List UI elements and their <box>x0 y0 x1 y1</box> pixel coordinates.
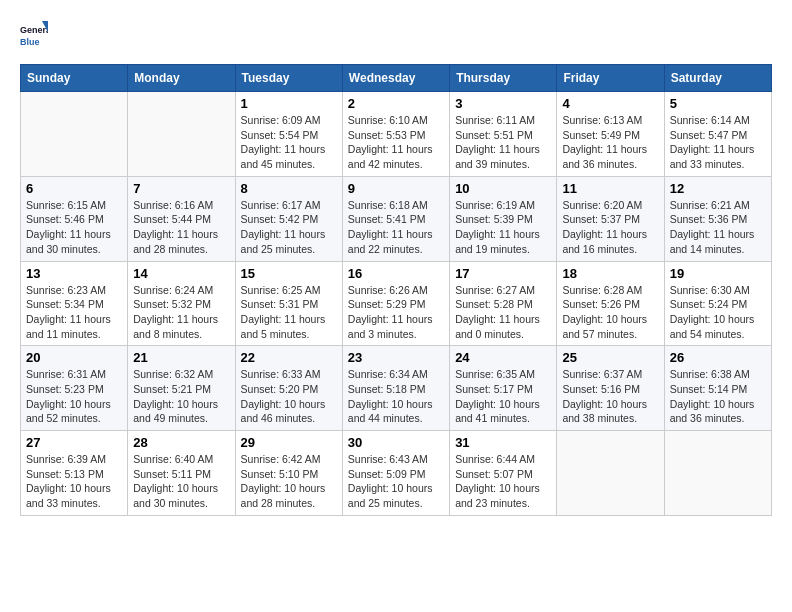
day-number: 29 <box>241 435 337 450</box>
day-number: 21 <box>133 350 229 365</box>
calendar-cell: 9Sunrise: 6:18 AM Sunset: 5:41 PM Daylig… <box>342 176 449 261</box>
day-number: 3 <box>455 96 551 111</box>
calendar-cell: 26Sunrise: 6:38 AM Sunset: 5:14 PM Dayli… <box>664 346 771 431</box>
day-number: 13 <box>26 266 122 281</box>
day-info: Sunrise: 6:20 AM Sunset: 5:37 PM Dayligh… <box>562 198 658 257</box>
calendar-cell: 25Sunrise: 6:37 AM Sunset: 5:16 PM Dayli… <box>557 346 664 431</box>
calendar-cell <box>21 92 128 177</box>
day-number: 12 <box>670 181 766 196</box>
day-info: Sunrise: 6:26 AM Sunset: 5:29 PM Dayligh… <box>348 283 444 342</box>
day-info: Sunrise: 6:31 AM Sunset: 5:23 PM Dayligh… <box>26 367 122 426</box>
day-info: Sunrise: 6:23 AM Sunset: 5:34 PM Dayligh… <box>26 283 122 342</box>
calendar-cell: 7Sunrise: 6:16 AM Sunset: 5:44 PM Daylig… <box>128 176 235 261</box>
calendar-cell: 27Sunrise: 6:39 AM Sunset: 5:13 PM Dayli… <box>21 431 128 516</box>
day-number: 7 <box>133 181 229 196</box>
day-info: Sunrise: 6:35 AM Sunset: 5:17 PM Dayligh… <box>455 367 551 426</box>
day-number: 10 <box>455 181 551 196</box>
calendar-cell: 21Sunrise: 6:32 AM Sunset: 5:21 PM Dayli… <box>128 346 235 431</box>
day-number: 4 <box>562 96 658 111</box>
day-info: Sunrise: 6:14 AM Sunset: 5:47 PM Dayligh… <box>670 113 766 172</box>
day-number: 11 <box>562 181 658 196</box>
day-info: Sunrise: 6:42 AM Sunset: 5:10 PM Dayligh… <box>241 452 337 511</box>
calendar-cell: 22Sunrise: 6:33 AM Sunset: 5:20 PM Dayli… <box>235 346 342 431</box>
day-info: Sunrise: 6:13 AM Sunset: 5:49 PM Dayligh… <box>562 113 658 172</box>
calendar-cell: 20Sunrise: 6:31 AM Sunset: 5:23 PM Dayli… <box>21 346 128 431</box>
day-info: Sunrise: 6:21 AM Sunset: 5:36 PM Dayligh… <box>670 198 766 257</box>
day-info: Sunrise: 6:24 AM Sunset: 5:32 PM Dayligh… <box>133 283 229 342</box>
day-number: 27 <box>26 435 122 450</box>
calendar-cell: 29Sunrise: 6:42 AM Sunset: 5:10 PM Dayli… <box>235 431 342 516</box>
day-number: 18 <box>562 266 658 281</box>
svg-text:General: General <box>20 25 48 35</box>
day-info: Sunrise: 6:28 AM Sunset: 5:26 PM Dayligh… <box>562 283 658 342</box>
svg-text:Blue: Blue <box>20 37 40 47</box>
dow-header-sunday: Sunday <box>21 65 128 92</box>
day-info: Sunrise: 6:25 AM Sunset: 5:31 PM Dayligh… <box>241 283 337 342</box>
calendar-cell <box>557 431 664 516</box>
day-number: 16 <box>348 266 444 281</box>
day-number: 15 <box>241 266 337 281</box>
calendar-cell <box>128 92 235 177</box>
day-info: Sunrise: 6:18 AM Sunset: 5:41 PM Dayligh… <box>348 198 444 257</box>
day-number: 23 <box>348 350 444 365</box>
calendar-cell: 17Sunrise: 6:27 AM Sunset: 5:28 PM Dayli… <box>450 261 557 346</box>
day-number: 2 <box>348 96 444 111</box>
dow-header-friday: Friday <box>557 65 664 92</box>
day-number: 9 <box>348 181 444 196</box>
page-header: General Blue <box>20 20 772 48</box>
dow-header-monday: Monday <box>128 65 235 92</box>
day-info: Sunrise: 6:40 AM Sunset: 5:11 PM Dayligh… <box>133 452 229 511</box>
day-number: 8 <box>241 181 337 196</box>
calendar-cell: 15Sunrise: 6:25 AM Sunset: 5:31 PM Dayli… <box>235 261 342 346</box>
calendar-cell: 3Sunrise: 6:11 AM Sunset: 5:51 PM Daylig… <box>450 92 557 177</box>
day-number: 31 <box>455 435 551 450</box>
calendar-table: SundayMondayTuesdayWednesdayThursdayFrid… <box>20 64 772 516</box>
day-number: 28 <box>133 435 229 450</box>
day-info: Sunrise: 6:09 AM Sunset: 5:54 PM Dayligh… <box>241 113 337 172</box>
calendar-cell: 16Sunrise: 6:26 AM Sunset: 5:29 PM Dayli… <box>342 261 449 346</box>
calendar-cell: 18Sunrise: 6:28 AM Sunset: 5:26 PM Dayli… <box>557 261 664 346</box>
calendar-cell: 13Sunrise: 6:23 AM Sunset: 5:34 PM Dayli… <box>21 261 128 346</box>
dow-header-saturday: Saturday <box>664 65 771 92</box>
logo: General Blue <box>20 20 48 48</box>
calendar-cell: 1Sunrise: 6:09 AM Sunset: 5:54 PM Daylig… <box>235 92 342 177</box>
calendar-cell: 24Sunrise: 6:35 AM Sunset: 5:17 PM Dayli… <box>450 346 557 431</box>
day-info: Sunrise: 6:43 AM Sunset: 5:09 PM Dayligh… <box>348 452 444 511</box>
day-number: 19 <box>670 266 766 281</box>
day-info: Sunrise: 6:11 AM Sunset: 5:51 PM Dayligh… <box>455 113 551 172</box>
day-number: 22 <box>241 350 337 365</box>
calendar-cell: 19Sunrise: 6:30 AM Sunset: 5:24 PM Dayli… <box>664 261 771 346</box>
calendar-cell: 2Sunrise: 6:10 AM Sunset: 5:53 PM Daylig… <box>342 92 449 177</box>
calendar-cell: 5Sunrise: 6:14 AM Sunset: 5:47 PM Daylig… <box>664 92 771 177</box>
day-number: 24 <box>455 350 551 365</box>
day-number: 26 <box>670 350 766 365</box>
calendar-cell: 8Sunrise: 6:17 AM Sunset: 5:42 PM Daylig… <box>235 176 342 261</box>
day-number: 20 <box>26 350 122 365</box>
calendar-cell: 31Sunrise: 6:44 AM Sunset: 5:07 PM Dayli… <box>450 431 557 516</box>
day-info: Sunrise: 6:44 AM Sunset: 5:07 PM Dayligh… <box>455 452 551 511</box>
dow-header-thursday: Thursday <box>450 65 557 92</box>
day-number: 30 <box>348 435 444 450</box>
day-number: 14 <box>133 266 229 281</box>
day-number: 5 <box>670 96 766 111</box>
calendar-cell: 12Sunrise: 6:21 AM Sunset: 5:36 PM Dayli… <box>664 176 771 261</box>
calendar-cell: 28Sunrise: 6:40 AM Sunset: 5:11 PM Dayli… <box>128 431 235 516</box>
calendar-cell: 14Sunrise: 6:24 AM Sunset: 5:32 PM Dayli… <box>128 261 235 346</box>
day-number: 25 <box>562 350 658 365</box>
calendar-cell: 11Sunrise: 6:20 AM Sunset: 5:37 PM Dayli… <box>557 176 664 261</box>
day-info: Sunrise: 6:16 AM Sunset: 5:44 PM Dayligh… <box>133 198 229 257</box>
calendar-cell: 4Sunrise: 6:13 AM Sunset: 5:49 PM Daylig… <box>557 92 664 177</box>
day-info: Sunrise: 6:17 AM Sunset: 5:42 PM Dayligh… <box>241 198 337 257</box>
day-info: Sunrise: 6:37 AM Sunset: 5:16 PM Dayligh… <box>562 367 658 426</box>
day-number: 6 <box>26 181 122 196</box>
calendar-cell: 23Sunrise: 6:34 AM Sunset: 5:18 PM Dayli… <box>342 346 449 431</box>
day-info: Sunrise: 6:32 AM Sunset: 5:21 PM Dayligh… <box>133 367 229 426</box>
day-info: Sunrise: 6:33 AM Sunset: 5:20 PM Dayligh… <box>241 367 337 426</box>
calendar-cell: 10Sunrise: 6:19 AM Sunset: 5:39 PM Dayli… <box>450 176 557 261</box>
day-info: Sunrise: 6:34 AM Sunset: 5:18 PM Dayligh… <box>348 367 444 426</box>
calendar-cell: 30Sunrise: 6:43 AM Sunset: 5:09 PM Dayli… <box>342 431 449 516</box>
day-info: Sunrise: 6:27 AM Sunset: 5:28 PM Dayligh… <box>455 283 551 342</box>
day-info: Sunrise: 6:30 AM Sunset: 5:24 PM Dayligh… <box>670 283 766 342</box>
calendar-cell <box>664 431 771 516</box>
dow-header-wednesday: Wednesday <box>342 65 449 92</box>
